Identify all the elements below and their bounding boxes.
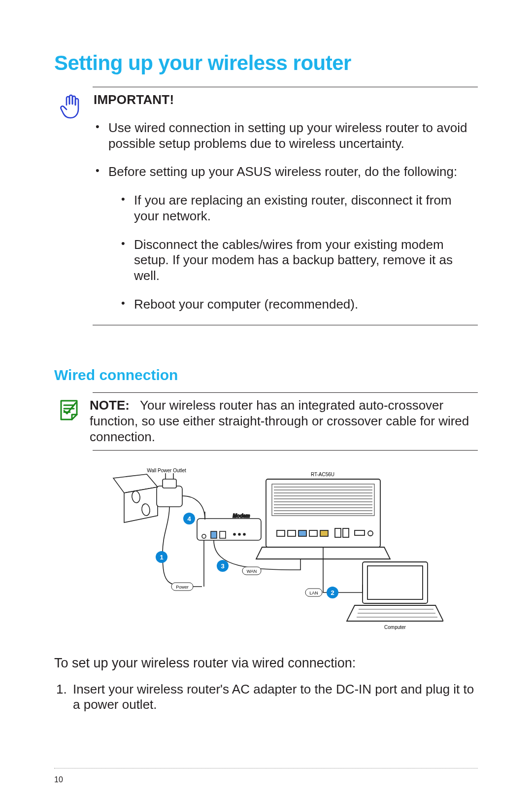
wan-label-pill: WAN	[242, 567, 261, 575]
sub-bullet-item: Reboot your computer (recommended).	[121, 297, 475, 313]
wall-outlet-label: Wall Power Outlet	[147, 468, 186, 473]
svg-point-17	[243, 533, 245, 535]
router-label: RT-AC56U	[311, 472, 334, 477]
svg-rect-11	[197, 519, 261, 540]
divider	[93, 325, 478, 325]
important-callout: IMPORTANT! Use wired connection in setti…	[57, 92, 478, 325]
router-icon	[256, 479, 390, 559]
important-sub-list: If you are replacing an existing router,…	[108, 193, 475, 312]
page-number: 10	[54, 775, 63, 784]
note-callout: NOTE: Your wireless router has an integr…	[57, 398, 478, 445]
callout-3: 3	[221, 562, 224, 570]
section-heading: Wired connection	[54, 367, 478, 384]
svg-rect-18	[266, 479, 380, 547]
svg-rect-40	[367, 566, 423, 599]
bullet-text: Before setting up your ASUS wireless rou…	[108, 164, 457, 179]
svg-rect-37	[355, 530, 365, 535]
note-body: Your wireless router has an integrated a…	[90, 398, 469, 444]
svg-rect-35	[335, 528, 341, 537]
callout-2: 2	[331, 589, 334, 596]
divider	[93, 392, 478, 393]
power-adapter-icon	[157, 473, 205, 553]
sub-bullet-item: Disconnect the cables/wires from your ex…	[121, 237, 475, 284]
hand-icon	[60, 93, 82, 122]
svg-rect-32	[299, 530, 306, 536]
svg-rect-7	[157, 486, 182, 507]
svg-point-15	[233, 533, 235, 535]
svg-rect-34	[320, 530, 328, 536]
sub-bullet-item: If you are replacing an existing router,…	[121, 193, 475, 224]
callout-1: 1	[160, 554, 163, 561]
svg-text:Power: Power	[176, 585, 189, 590]
note-text: NOTE: Your wireless router has an integr…	[90, 398, 478, 445]
power-label-pill: Power	[171, 583, 193, 591]
lan-label-pill: LAN	[305, 589, 322, 596]
wall-outlet-icon	[113, 474, 158, 523]
svg-rect-33	[309, 530, 317, 536]
note-label: NOTE:	[90, 398, 130, 413]
computer-icon	[347, 562, 443, 621]
svg-rect-14	[220, 531, 226, 538]
bullet-item: Use wired connection in setting up your …	[96, 120, 475, 151]
divider	[93, 450, 478, 451]
important-label: IMPORTANT!	[94, 92, 475, 107]
lead-text: To set up your wireless router via wired…	[54, 656, 478, 671]
footer-divider	[54, 768, 478, 768]
important-bullet-list: Use wired connection in setting up your …	[94, 120, 475, 312]
modem-label: Modem	[233, 513, 250, 519]
bullet-item: Before setting up your ASUS wireless rou…	[96, 164, 475, 312]
svg-rect-30	[277, 530, 285, 536]
callout-4: 4	[187, 515, 191, 523]
connection-diagram: Wall Power Outlet Modem	[54, 464, 478, 632]
svg-marker-4	[124, 487, 158, 523]
svg-rect-36	[343, 528, 349, 537]
svg-text:WAN: WAN	[247, 569, 257, 574]
note-icon	[57, 415, 81, 423]
divider	[93, 87, 478, 87]
svg-point-16	[238, 533, 240, 535]
svg-point-12	[202, 534, 206, 538]
svg-rect-31	[288, 530, 296, 536]
svg-rect-13	[211, 531, 217, 538]
svg-text:LAN: LAN	[309, 591, 318, 595]
step-item: Insert your wireless router's AC adapter…	[56, 682, 478, 713]
svg-rect-8	[163, 479, 176, 488]
svg-point-38	[368, 531, 373, 536]
page-title: Setting up your wireless router	[54, 51, 478, 75]
computer-label: Computer	[384, 625, 406, 630]
steps-list: Insert your wireless router's AC adapter…	[54, 682, 478, 713]
